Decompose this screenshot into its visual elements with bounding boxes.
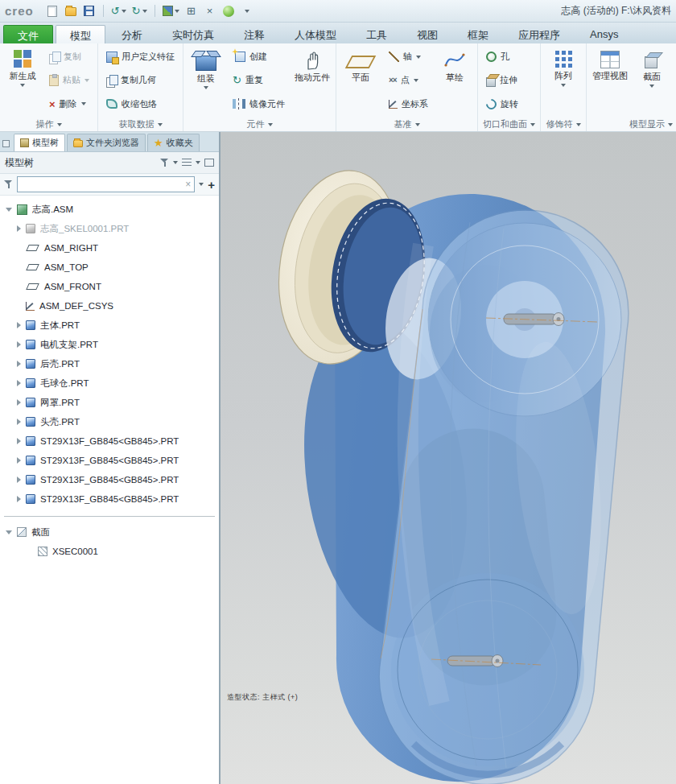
clear-search-icon[interactable]: × [185, 179, 191, 190]
expand-arrow[interactable] [6, 530, 12, 534]
tab-analysis[interactable]: 分析 [108, 25, 156, 43]
tree-display-caret[interactable] [196, 161, 200, 164]
folder-browser-tab-label: 文件夹浏览器 [86, 137, 139, 149]
shrinkwrap-button[interactable]: 收缩包络 [101, 93, 179, 116]
repeat-button[interactable]: ↻重复 [228, 68, 290, 92]
group-label-cut-surface[interactable]: 切口和曲面 [478, 118, 540, 131]
tab-model[interactable]: 模型 [56, 25, 105, 43]
tree-item-sections[interactable]: 截面 [0, 522, 219, 542]
datum-csys-button[interactable]: 坐标系 [384, 93, 433, 116]
tab-tools[interactable]: 工具 [352, 25, 401, 43]
tree-item-label: ST29X13F_GB845<GB845>.PRT [40, 456, 179, 465]
create-component-button[interactable]: 创建 [228, 45, 290, 68]
regenerate-button[interactable]: 新生成 [3, 45, 42, 116]
new-file-button[interactable] [44, 3, 60, 19]
expand-arrow[interactable] [6, 208, 12, 212]
tree-item-part[interactable]: ST29X13F_GB845<GB845>.PRT [0, 451, 219, 470]
hole-button[interactable]: 孔 [481, 45, 523, 68]
tab-view[interactable]: 视图 [403, 25, 451, 43]
revolve-button[interactable]: 旋转 [481, 93, 523, 116]
manage-views-button[interactable]: 管理视图 [590, 45, 630, 116]
tab-manikin[interactable]: 人体模型 [281, 25, 350, 43]
tree-item-part[interactable]: 主体.PRT [0, 316, 219, 335]
delete-button[interactable]: ×删除 [44, 93, 94, 116]
datum-point-button[interactable]: ××点 [384, 68, 433, 92]
tree-item-part[interactable]: 网罩.PRT [0, 393, 219, 412]
tree-item-skeleton[interactable]: 志高_SKEL0001.PRT [0, 219, 219, 238]
panel-pin-icon[interactable] [2, 140, 10, 147]
udf-button[interactable]: 用户定义特征 [101, 45, 179, 68]
tree-item-part[interactable]: 头壳.PRT [0, 412, 219, 431]
tree-item-assembly[interactable]: 志高.ASM [0, 200, 219, 219]
datum-axis-button[interactable]: 轴 [384, 45, 433, 68]
tab-applications[interactable]: 应用程序 [505, 25, 574, 43]
extrude-button[interactable]: 拉伸 [481, 68, 523, 92]
pattern-button[interactable]: 阵列 [544, 45, 583, 116]
tree-item-part[interactable]: ST29X13F_GB845<GB845>.PRT [0, 431, 219, 451]
tree-item-asm-right[interactable]: ASM_RIGHT [0, 238, 219, 258]
expand-arrow[interactable] [17, 225, 21, 232]
group-label-components[interactable]: 元件 [183, 118, 336, 131]
search-options-caret[interactable] [199, 183, 204, 186]
group-label-modifiers[interactable]: 修饰符 [541, 118, 586, 131]
undo-button[interactable]: ↺ [109, 3, 128, 19]
expand-arrow[interactable] [17, 438, 21, 444]
toolbar-options-button[interactable] [239, 3, 255, 19]
drag-component-button[interactable]: 拖动元件 [292, 45, 332, 116]
expand-arrow[interactable] [17, 399, 21, 406]
copy-geometry-button[interactable]: 复制几何 [101, 68, 179, 92]
assemble-button[interactable]: 组装 [187, 45, 225, 116]
paste-icon [49, 75, 59, 86]
tree-item-asm-front[interactable]: ASM_FRONT [0, 277, 219, 296]
tree-item-part[interactable]: 电机支架.PRT [0, 335, 219, 354]
sections-button[interactable]: 截面 [633, 45, 671, 116]
tree-filter-icon[interactable] [160, 159, 169, 167]
tree-display-options-icon[interactable] [182, 159, 192, 167]
expand-arrow[interactable] [17, 457, 21, 464]
datum-plane-button[interactable]: 平面 [340, 45, 381, 116]
expand-arrow[interactable] [17, 380, 21, 386]
panel-tab-favorites[interactable]: ★收藏夹 [147, 134, 200, 151]
tree-item-part[interactable]: 后壳.PRT [0, 354, 219, 373]
group-label-get-data[interactable]: 获取数据 [98, 118, 183, 131]
redo-button[interactable]: ↻ [130, 3, 149, 19]
copy-button[interactable]: 复制 [44, 45, 94, 68]
material-ball-button[interactable] [221, 3, 237, 19]
tree-item-part[interactable]: 毛球仓.PRT [0, 373, 219, 393]
3d-viewport[interactable]: 造型状态: 主样式 (+) [221, 132, 676, 784]
tree-search-input[interactable] [21, 179, 183, 189]
tab-live-simulation[interactable]: 实时仿真 [159, 25, 228, 43]
tree-columns-icon[interactable] [204, 159, 214, 167]
add-filter-button[interactable]: + [208, 179, 215, 191]
tree-filter-caret[interactable] [173, 161, 178, 164]
undo-icon: ↺ [111, 6, 120, 16]
regenerate-quick-button[interactable] [161, 3, 181, 19]
tree-item-asm-top[interactable]: ASM_TOP [0, 258, 219, 277]
group-label-datum[interactable]: 基准 [336, 118, 477, 131]
tree-item-part[interactable]: ST29X13F_GB845<GB845>.PRT [0, 489, 219, 509]
mirror-component-button[interactable]: 镜像元件 [228, 93, 290, 116]
open-file-button[interactable] [63, 3, 79, 19]
tab-file[interactable]: 文件 [3, 25, 53, 43]
tab-annotate[interactable]: 注释 [230, 25, 278, 43]
expand-arrow[interactable] [17, 341, 21, 348]
save-button[interactable] [81, 3, 97, 19]
expand-arrow[interactable] [17, 496, 21, 502]
panel-tab-model-tree[interactable]: 模型树 [14, 134, 65, 151]
group-label-operations[interactable]: 操作 [0, 118, 97, 131]
expand-arrow[interactable] [17, 322, 21, 328]
expand-arrow[interactable] [17, 477, 21, 483]
window-button[interactable]: ⊞ [183, 3, 200, 19]
paste-button[interactable]: 粘贴 [44, 68, 94, 92]
expand-arrow[interactable] [17, 361, 21, 367]
sketch-button[interactable]: 草绘 [435, 45, 474, 116]
panel-tab-folder-browser[interactable]: 文件夹浏览器 [67, 134, 146, 151]
expand-arrow[interactable] [17, 419, 21, 425]
close-window-button[interactable]: × [202, 3, 218, 19]
tree-item-asm-def-csys[interactable]: ASM_DEF_CSYS [0, 296, 219, 316]
tab-ansys[interactable]: Ansys [576, 25, 632, 43]
tree-item-part[interactable]: ST29X13F_GB845<GB845>.PRT [0, 470, 219, 489]
group-label-model-display[interactable]: 模型显示 [587, 118, 676, 131]
tree-item-xsec[interactable]: XSEC0001 [0, 542, 219, 561]
tab-framework[interactable]: 框架 [454, 25, 502, 43]
